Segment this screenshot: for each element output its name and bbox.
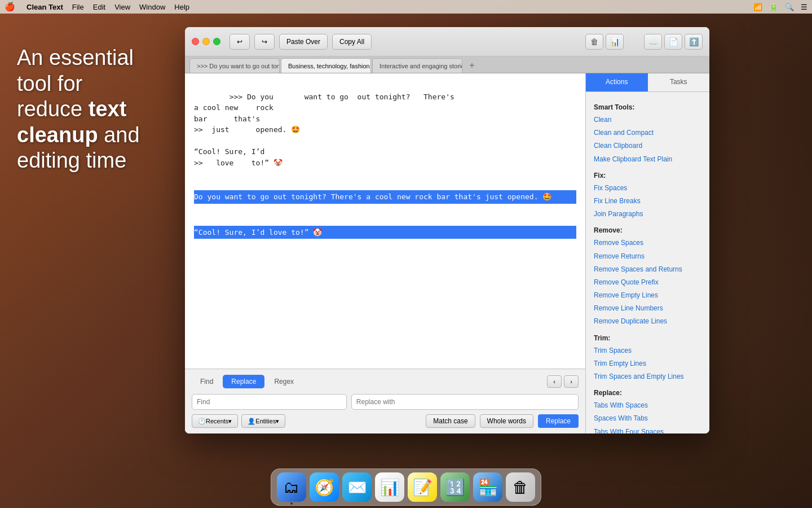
keynote-icon: 📊: [380, 478, 400, 497]
regex-tab[interactable]: Regex: [266, 375, 302, 388]
recents-label: Recents: [206, 418, 228, 424]
action-make-plain[interactable]: Make Clipboard Text Plain: [594, 153, 701, 166]
sidebar-tabs: Actions Tasks: [586, 73, 709, 92]
section-fix-title: Fix:: [594, 172, 701, 179]
menu-file[interactable]: File: [72, 3, 84, 11]
text-before: >>> Do you want to go out tonight? There…: [194, 93, 454, 167]
numbers-icon: 🔢: [445, 478, 465, 497]
menubar: 🍎 Clean Text File Edit View Window Help …: [0, 0, 812, 14]
section-remove-title: Remove:: [594, 226, 701, 234]
dock-trash[interactable]: 🗑: [506, 472, 535, 502]
tab-0[interactable]: >>> Do you want to go out tonight?...: [189, 58, 280, 73]
action-spaces-with-tabs[interactable]: Spaces With Tabs: [594, 412, 701, 425]
search-icon[interactable]: 🔍: [785, 3, 794, 11]
menu-window[interactable]: Window: [139, 3, 165, 11]
delete-button[interactable]: 🗑: [585, 34, 603, 50]
tab-2[interactable]: Interactive and engaging stories: [372, 58, 462, 73]
finder-icon: 🗂: [284, 478, 299, 497]
recents-dropdown[interactable]: 🕐 Recents ▾: [192, 414, 238, 428]
whole-words-button[interactable]: Whole words: [480, 414, 533, 428]
document-button[interactable]: 📄: [664, 34, 682, 50]
dock-store[interactable]: 🏪: [473, 472, 502, 502]
action-fix-spaces[interactable]: Fix Spaces: [594, 182, 701, 195]
find-replace-panel: Find Replace Regex ‹ › 🕐: [185, 369, 585, 433]
action-remove-line-numbers[interactable]: Remove Line Numbers: [594, 302, 701, 315]
match-case-button[interactable]: Match case: [426, 414, 475, 428]
store-icon: 🏪: [478, 478, 498, 497]
mail-icon: ✉️: [347, 478, 367, 497]
action-remove-duplicate-lines[interactable]: Remove Duplicate Lines: [594, 315, 701, 328]
minimize-button[interactable]: [202, 38, 210, 45]
notes-icon: 📝: [413, 478, 433, 497]
action-remove-quote-prefix[interactable]: Remove Quote Prefix: [594, 276, 701, 289]
action-clean-clipboard[interactable]: Clean Clipboard: [594, 139, 701, 152]
action-join-paragraphs[interactable]: Join Paragraphs: [594, 208, 701, 221]
action-fix-line-breaks[interactable]: Fix Line Breaks: [594, 195, 701, 208]
chart-button[interactable]: 📊: [606, 34, 624, 50]
action-tabs-with-spaces[interactable]: Tabs With Spaces: [594, 399, 701, 412]
menu-help[interactable]: Help: [174, 3, 189, 11]
recents-icon: 🕐: [198, 418, 206, 425]
content-area: >>> Do you want to go out tonight? There…: [185, 73, 709, 433]
battery-icon: 🔋: [769, 3, 778, 11]
dock-numbers[interactable]: 🔢: [440, 472, 470, 502]
action-tabs-four-spaces[interactable]: Tabs With Four Spaces: [594, 426, 701, 433]
action-remove-spaces-returns[interactable]: Remove Spaces and Returns: [594, 263, 701, 276]
trash-icon: 🗑: [513, 478, 528, 497]
menu-icon[interactable]: ☰: [801, 3, 807, 11]
action-clean[interactable]: Clean: [594, 113, 701, 126]
tab-1[interactable]: Business, technology, fashion and sports: [281, 58, 371, 73]
action-clean-compact[interactable]: Clean and Compact: [594, 126, 701, 139]
dock-keynote[interactable]: 📊: [375, 472, 404, 502]
entities-icon: 👤: [248, 418, 255, 425]
find-tab[interactable]: Find: [192, 375, 222, 388]
section-replace-title: Replace:: [594, 389, 701, 397]
dock-notes[interactable]: 📝: [408, 472, 437, 502]
menu-view[interactable]: View: [114, 3, 130, 11]
find-replace-inputs: [192, 394, 579, 410]
find-input[interactable]: [192, 394, 347, 410]
next-match-button[interactable]: ›: [564, 375, 579, 388]
action-trim-empty-lines[interactable]: Trim Empty Lines: [594, 357, 701, 370]
close-button[interactable]: [192, 38, 199, 45]
apple-menu[interactable]: 🍎: [5, 2, 15, 12]
replace-button[interactable]: Replace: [538, 414, 579, 428]
tabbar: >>> Do you want to go out tonight?... Bu…: [185, 56, 709, 73]
main-window: ↩ ↪ Paste Over Copy All 🗑 📊 ☁️ 📄 ⬆️ >>> …: [185, 27, 709, 433]
undo-button[interactable]: ↩: [230, 34, 250, 50]
action-trim-spaces-empty-lines[interactable]: Trim Spaces and Empty Lines: [594, 370, 701, 383]
action-trim-spaces[interactable]: Trim Spaces: [594, 344, 701, 357]
sidebar-content: Smart Tools: Clean Clean and Compact Cle…: [586, 92, 709, 433]
sidebar-tab-tasks[interactable]: Tasks: [648, 73, 710, 91]
menu-edit[interactable]: Edit: [93, 3, 105, 11]
sidebar: Actions Tasks Smart Tools: Clean Clean a…: [585, 73, 709, 433]
sidebar-tab-actions[interactable]: Actions: [586, 73, 648, 91]
recents-chevron: ▾: [228, 418, 232, 425]
find-replace-tabs: Find Replace Regex ‹ ›: [192, 375, 579, 388]
app-name: Clean Text: [27, 3, 63, 11]
dock-safari[interactable]: 🧭: [310, 472, 339, 502]
section-trim-title: Trim:: [594, 334, 701, 342]
dock-finder[interactable]: 🗂: [277, 472, 306, 502]
entities-chevron: ▾: [276, 418, 279, 425]
prev-match-button[interactable]: ‹: [547, 375, 562, 388]
tab-add-button[interactable]: +: [466, 59, 478, 72]
cloud-button[interactable]: ☁️: [644, 34, 662, 50]
redo-button[interactable]: ↪: [254, 34, 275, 50]
maximize-button[interactable]: [213, 38, 220, 45]
dock-mail[interactable]: ✉️: [342, 472, 372, 502]
action-remove-empty-lines[interactable]: Remove Empty Lines: [594, 289, 701, 302]
wifi-icon: 📶: [753, 3, 762, 11]
share-button[interactable]: ⬆️: [685, 34, 703, 50]
entities-dropdown[interactable]: 👤 Entities ▾: [241, 414, 285, 428]
action-remove-returns[interactable]: Remove Returns: [594, 250, 701, 263]
overlay-text: An essential tool for reduce text cleanu…: [17, 45, 175, 174]
safari-icon: 🧭: [315, 478, 334, 497]
text-content[interactable]: >>> Do you want to go out tonight? There…: [185, 73, 585, 369]
replace-input[interactable]: [351, 394, 579, 410]
action-remove-spaces[interactable]: Remove Spaces: [594, 237, 701, 249]
paste-over-button[interactable]: Paste Over: [279, 34, 328, 50]
replace-tab[interactable]: Replace: [223, 375, 264, 388]
entities-label: Entities: [255, 418, 276, 424]
copy-all-button[interactable]: Copy All: [332, 34, 372, 50]
